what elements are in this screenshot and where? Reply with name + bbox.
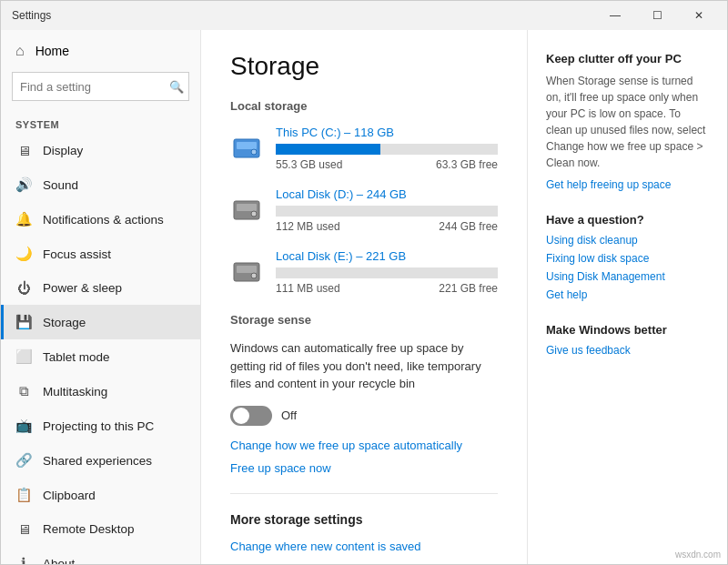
multitasking-icon: ⧉ bbox=[15, 383, 32, 399]
minimize-button[interactable]: — bbox=[594, 1, 636, 30]
maximize-button[interactable]: ☐ bbox=[636, 1, 678, 30]
sidebar-item-label: Power & sleep bbox=[43, 281, 122, 295]
sidebar-item-notifications[interactable]: 🔔 Notifications & actions bbox=[1, 202, 200, 237]
manage-spaces-link[interactable]: Manage Storage Spaces bbox=[230, 562, 498, 565]
sidebar-item-remote[interactable]: 🖥 Remote Desktop bbox=[1, 512, 200, 546]
search-input[interactable] bbox=[12, 72, 189, 101]
disk-c-label[interactable]: This PC (C:) – 118 GB bbox=[276, 126, 394, 139]
sidebar-item-power[interactable]: ⏻ Power & sleep bbox=[1, 271, 200, 305]
tablet-icon: ⬜ bbox=[15, 348, 32, 365]
sidebar-item-label: Projecting to this PC bbox=[43, 419, 154, 433]
disk-d-icon bbox=[230, 194, 263, 227]
disk-e-icon bbox=[230, 256, 263, 288]
svg-rect-4 bbox=[237, 204, 257, 211]
disk-c-stats: 55.3 GB used 63.3 GB free bbox=[276, 158, 498, 171]
storage-sense-toggle[interactable] bbox=[230, 406, 272, 426]
toggle-knob bbox=[233, 408, 249, 424]
change-content-link[interactable]: Change where new content is saved bbox=[230, 540, 498, 553]
projecting-icon: 📺 bbox=[15, 418, 32, 434]
disk-e-bar-fill bbox=[276, 267, 278, 278]
svg-point-2 bbox=[251, 149, 257, 155]
storage-icon: 💾 bbox=[15, 314, 32, 330]
sidebar-item-multitasking[interactable]: ⧉ Multitasking bbox=[1, 374, 200, 409]
about-icon: ℹ bbox=[15, 555, 32, 564]
right-panel-link-disk-cleanup[interactable]: Using disk cleanup bbox=[546, 234, 709, 247]
right-panel-section1: Keep clutter off your PC When Storage se… bbox=[546, 52, 709, 191]
sidebar-item-label: Shared experiences bbox=[43, 454, 152, 468]
sidebar-search-container: 🔍 bbox=[12, 72, 189, 101]
svg-point-5 bbox=[251, 211, 257, 217]
notifications-icon: 🔔 bbox=[15, 211, 32, 227]
disk-d-stats: 112 MB used 244 GB free bbox=[276, 220, 498, 233]
disk-c-icon bbox=[230, 132, 263, 165]
storage-sense-desc: Windows can automatically free up space … bbox=[230, 339, 498, 393]
change-auto-link[interactable]: Change how we free up space automaticall… bbox=[230, 439, 498, 452]
page-title: Storage bbox=[230, 52, 498, 81]
disk-d-used: 112 MB used bbox=[276, 220, 340, 233]
sidebar-item-display[interactable]: 🖥 Display bbox=[1, 134, 200, 167]
disk-d-label[interactable]: Local Disk (D:) – 244 GB bbox=[276, 187, 407, 201]
clipboard-icon: 📋 bbox=[15, 487, 32, 503]
sidebar: ⌂ Home 🔍 System 🖥 Display 🔊 Sound 🔔 Noti… bbox=[1, 30, 201, 564]
disk-d-info: Local Disk (D:) – 244 GB 112 MB used 244… bbox=[276, 187, 498, 233]
sidebar-item-storage[interactable]: 💾 Storage bbox=[1, 305, 200, 339]
sidebar-item-label: Display bbox=[43, 144, 83, 157]
sidebar-item-label: Sound bbox=[43, 178, 78, 192]
display-icon: 🖥 bbox=[15, 143, 32, 158]
disk-c-bar bbox=[276, 144, 498, 155]
divider bbox=[230, 493, 498, 494]
disk-d-bar bbox=[276, 206, 498, 217]
right-panel-link-feedback[interactable]: Give us feedback bbox=[546, 344, 709, 357]
focus-icon: 🌙 bbox=[15, 246, 32, 262]
sidebar-item-sound[interactable]: 🔊 Sound bbox=[1, 167, 200, 202]
disk-e-free: 221 GB free bbox=[439, 282, 498, 295]
right-panel-link1[interactable]: Get help freeing up space bbox=[546, 178, 709, 191]
sidebar-item-label: Clipboard bbox=[43, 489, 96, 502]
search-icon[interactable]: 🔍 bbox=[169, 80, 184, 94]
sidebar-item-projecting[interactable]: 📺 Projecting to this PC bbox=[1, 409, 200, 443]
svg-rect-1 bbox=[237, 142, 257, 149]
disk-c-bar-fill bbox=[276, 144, 380, 155]
storage-sense-title: Storage sense bbox=[230, 313, 498, 327]
disk-e-used: 111 MB used bbox=[276, 282, 340, 295]
sidebar-item-shared[interactable]: 🔗 Shared experiences bbox=[1, 443, 200, 478]
sidebar-item-focus[interactable]: 🌙 Focus assist bbox=[1, 237, 200, 271]
sidebar-item-label: Multitasking bbox=[43, 385, 107, 399]
storage-sense-section: Storage sense Windows can automatically … bbox=[230, 313, 498, 475]
title-bar: Settings — ☐ ✕ bbox=[1, 1, 727, 30]
watermark: wsxdn.com bbox=[675, 550, 721, 560]
sidebar-item-label: Storage bbox=[43, 316, 86, 329]
toggle-label: Off bbox=[281, 409, 297, 422]
right-panel-link-get-help[interactable]: Get help bbox=[546, 288, 709, 301]
right-panel-link-disk-mgmt[interactable]: Using Disk Management bbox=[546, 270, 709, 283]
more-storage-title: More storage settings bbox=[230, 512, 498, 527]
sidebar-item-label: Remote Desktop bbox=[43, 522, 135, 536]
disk-c-free: 63.3 GB free bbox=[436, 158, 498, 171]
sidebar-item-about[interactable]: ℹ About bbox=[1, 546, 200, 564]
right-panel-section3: Make Windows better Give us feedback bbox=[546, 323, 709, 357]
disk-e-stats: 111 MB used 221 GB free bbox=[276, 282, 498, 295]
disk-item-e: Local Disk (E:) – 221 GB 111 MB used 221… bbox=[230, 249, 498, 295]
svg-rect-7 bbox=[237, 266, 257, 273]
disk-item-d: Local Disk (D:) – 244 GB 112 MB used 244… bbox=[230, 187, 498, 233]
remote-icon: 🖥 bbox=[15, 521, 32, 537]
disk-e-info: Local Disk (E:) – 221 GB 111 MB used 221… bbox=[276, 249, 498, 295]
settings-window: Settings — ☐ ✕ ⌂ Home 🔍 System 🖥 Display bbox=[0, 0, 728, 565]
sidebar-item-tablet[interactable]: ⬜ Tablet mode bbox=[1, 339, 200, 374]
right-panel: Keep clutter off your PC When Storage se… bbox=[527, 30, 727, 564]
close-button[interactable]: ✕ bbox=[678, 1, 720, 30]
sidebar-item-home[interactable]: ⌂ Home bbox=[1, 30, 200, 72]
right-panel-title3: Make Windows better bbox=[546, 323, 709, 337]
main-content: Storage Local storage This PC (C:) – 118… bbox=[201, 30, 527, 564]
sidebar-item-clipboard[interactable]: 📋 Clipboard bbox=[1, 478, 200, 512]
svg-point-8 bbox=[251, 273, 257, 278]
disk-e-label[interactable]: Local Disk (E:) – 221 GB bbox=[276, 249, 406, 263]
sound-icon: 🔊 bbox=[15, 177, 32, 193]
local-storage-section-title: Local storage bbox=[230, 99, 498, 113]
sidebar-section-label: System bbox=[1, 112, 200, 134]
home-icon: ⌂ bbox=[15, 43, 25, 59]
free-now-link[interactable]: Free up space now bbox=[230, 461, 498, 475]
sidebar-item-label: Notifications & actions bbox=[43, 213, 164, 227]
right-panel-link-low-disk[interactable]: Fixing low disk space bbox=[546, 252, 709, 265]
right-panel-title1: Keep clutter off your PC bbox=[546, 52, 709, 66]
